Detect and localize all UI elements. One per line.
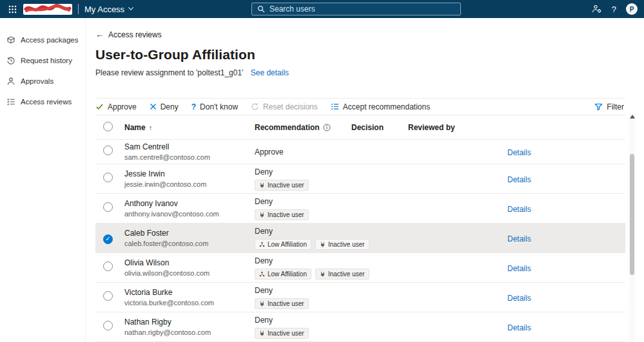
sort-ascending-icon: ↑ [149, 124, 153, 131]
table-row[interactable]: Victoria Burke victoria.burke@contoso.co… [95, 283, 625, 312]
header-recommendation[interactable]: Recommendation [255, 123, 351, 132]
vertical-scrollbar[interactable] [629, 113, 635, 342]
badge-label: Inactive user [268, 182, 304, 189]
back-navigation[interactable]: ← Access reviews [95, 30, 625, 39]
table-header: Name ↑ Recommendation Decision Reviewed … [95, 115, 625, 140]
chevron-down-icon [128, 5, 133, 10]
sidebar-item-access-packages[interactable]: Access packages [0, 30, 85, 50]
user-email: olivia.wilson@contoso.com [124, 269, 255, 277]
sidebar: Access packages Request history Approval… [0, 18, 86, 342]
low-affiliation-badge: Low Affiliation [255, 269, 311, 280]
user-name: Nathan Rigby [124, 318, 255, 327]
row-radio[interactable] [103, 291, 113, 301]
sidebar-item-label: Access reviews [21, 98, 72, 106]
product-title: My Access [84, 5, 124, 14]
inactive-user-icon [259, 301, 265, 307]
page-subtitle: Please review assignment to 'poltest1_g0… [95, 68, 625, 77]
approve-check-icon [95, 102, 104, 111]
header-name-label: Name [124, 123, 146, 132]
help-icon[interactable]: ? [612, 5, 616, 14]
table-row[interactable]: Anthony Ivanov anthony.ivanov@contoso.co… [95, 194, 625, 223]
row-radio[interactable] [103, 202, 113, 212]
command-bar: Approve Deny ? Don't know Reset decision… [95, 98, 625, 115]
sidebar-item-approvals[interactable]: Approvals [0, 71, 85, 91]
scroll-up-arrow[interactable] [629, 115, 635, 120]
approve-label: Approve [108, 102, 137, 111]
table-row[interactable]: Sam Centrell sam.centrell@contoso.com Ap… [95, 140, 625, 164]
header-name[interactable]: Name ↑ [124, 123, 255, 132]
details-link[interactable]: Details [507, 148, 531, 157]
row-radio[interactable] [103, 261, 113, 271]
search-box[interactable] [251, 3, 461, 15]
sidebar-item-label: Request history [21, 57, 72, 64]
user-email: jessie.irwin@contoso.com [124, 180, 255, 188]
inactive-user-badge: Inactive user [255, 180, 309, 191]
scrollbar-thumb[interactable] [630, 154, 634, 275]
low-affiliation-icon [259, 242, 265, 247]
avatar[interactable]: P [626, 3, 638, 15]
table-row[interactable]: Jessie Irwin jessie.irwin@contoso.com De… [95, 164, 625, 194]
deny-button[interactable]: Deny [150, 102, 179, 111]
subtitle-text: Please review assignment to 'poltest1_g0… [95, 68, 243, 77]
user-name: Victoria Burke [124, 288, 255, 297]
details-link[interactable]: Details [507, 205, 531, 214]
inactive-user-badge: Inactive user [255, 298, 309, 309]
table-row-selected[interactable]: Caleb Foster caleb.foster@contoso.com De… [95, 223, 625, 253]
select-all-radio[interactable] [103, 122, 113, 131]
details-link[interactable]: Details [507, 323, 531, 332]
product-switcher[interactable]: My Access [84, 5, 133, 14]
accept-recommendations-button[interactable]: Accept recommendations [331, 102, 430, 111]
badge-label: Low Affiliation [268, 271, 307, 278]
recommendation-value: Deny [255, 197, 351, 206]
badge-label: Inactive user [268, 300, 304, 307]
low-affiliation-icon [259, 271, 265, 277]
user-email: nathan.rigby@contoso.com [124, 328, 255, 336]
approve-button[interactable]: Approve [95, 102, 137, 111]
row-radio[interactable] [103, 321, 113, 330]
recommendation-value: Approve [255, 147, 351, 157]
details-link[interactable]: Details [507, 175, 531, 184]
topbar: My Access ? P [0, 0, 644, 18]
deny-label: Deny [161, 102, 179, 111]
inactive-user-badge: Inactive user [255, 328, 309, 339]
header-decision[interactable]: Decision [351, 123, 408, 132]
header-reviewed-by-label: Reviewed by [408, 123, 455, 132]
user-email: anthony.ivanov@contoso.com [124, 210, 255, 218]
sidebar-item-access-reviews[interactable]: Access reviews [0, 91, 85, 112]
reset-decisions-button[interactable]: Reset decisions [251, 102, 318, 111]
topbar-actions: ? P [592, 0, 638, 18]
admin-settings-icon[interactable] [592, 4, 602, 14]
approvals-icon [6, 77, 15, 86]
table-row[interactable]: Olivia Wilson olivia.wilson@contoso.com … [95, 253, 625, 283]
sidebar-item-request-history[interactable]: Request history [0, 50, 85, 71]
filter-button[interactable]: Filter [594, 102, 624, 111]
back-arrow-icon: ← [95, 30, 104, 39]
details-link[interactable]: Details [507, 264, 531, 273]
row-radio-checked[interactable] [103, 234, 113, 244]
inactive-user-icon [320, 242, 326, 247]
filter-icon [594, 102, 603, 111]
info-icon[interactable] [323, 124, 331, 131]
filter-label: Filter [607, 102, 624, 111]
inactive-user-badge: Inactive user [255, 209, 309, 220]
company-logo[interactable] [23, 4, 72, 15]
row-radio[interactable] [103, 173, 113, 182]
app-launcher-button[interactable] [3, 0, 22, 18]
row-radio[interactable] [103, 146, 113, 155]
sidebar-item-label: Approvals [21, 77, 54, 85]
details-link[interactable]: Details [507, 294, 531, 303]
dont-know-label: Don't know [200, 102, 238, 111]
inactive-user-badge: Inactive user [315, 239, 369, 250]
recommendation-value: Deny [255, 286, 351, 295]
header-reviewed-by[interactable]: Reviewed by [408, 123, 507, 132]
reset-label: Reset decisions [263, 102, 318, 111]
topbar-divider [78, 4, 79, 14]
see-details-link[interactable]: See details [251, 68, 289, 77]
dont-know-button[interactable]: ? Don't know [191, 102, 238, 111]
table-row[interactable]: Nathan Rigby nathan.rigby@contoso.com De… [95, 312, 625, 342]
badge-label: Low Affiliation [268, 241, 307, 248]
details-link[interactable]: Details [507, 234, 531, 243]
search-input[interactable] [269, 5, 455, 14]
badge-label: Inactive user [328, 271, 365, 278]
badge-label: Inactive user [328, 241, 365, 248]
